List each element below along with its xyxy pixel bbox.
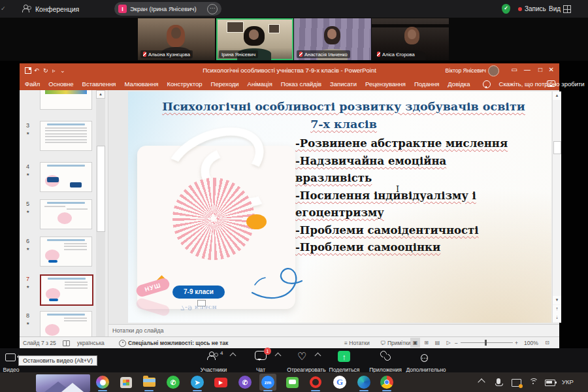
participant-video-3[interactable]: Анастасія Ільченко [294,18,371,60]
share-screen-button[interactable]: ↑ Поделиться [338,351,350,363]
tab-file[interactable]: Файл [25,80,40,88]
slide-scrollbar[interactable]: ▲ ▼ ⇡ ⇣ [552,91,561,323]
apps-button[interactable]: Приложения [380,351,391,363]
comments-icon[interactable] [547,80,555,87]
slide-thumbnail-7-selected[interactable] [40,274,93,306]
powerpoint-title-bar: ↶ ↻ ▹ ⌄ Психологічні особливості учнівст… [20,63,559,78]
screen-cast-tray-icon[interactable] [512,379,521,388]
slide-title: Психологічні особливості розвитку здобув… [141,98,546,133]
restore-button[interactable]: □ [538,66,542,73]
copilot-icon[interactable] [95,375,110,389]
more-button[interactable]: ⋯ Дополнительно [421,351,428,363]
recording-label[interactable]: Запись [525,5,546,12]
chat-button[interactable]: 1 Чат [255,351,267,363]
heart-icon: ♡ [297,351,306,362]
tab-insert[interactable]: Вставлення [82,80,116,88]
chevron-up-icon[interactable] [230,353,237,359]
comments-toggle[interactable]: 🗩 Примітки [380,340,411,346]
scrollbar-thumb[interactable] [553,141,561,154]
tab-record[interactable]: Записати [330,80,357,88]
scroll-down-icon[interactable]: ▼ [553,296,561,304]
view-button[interactable]: Вид [549,5,561,12]
scroll-up-icon[interactable]: ▲ [553,91,561,100]
notes-toggle[interactable]: ≡ Нотатки [344,340,370,346]
close-button[interactable]: ✕ [549,66,554,73]
normal-view-icon[interactable]: ▣ [410,338,420,348]
slide-thumbnail-6[interactable] [40,237,92,267]
opera-icon[interactable] [308,375,323,389]
fit-slide-icon[interactable]: ⊡ [542,338,552,348]
proofing-icon[interactable] [63,340,70,346]
chrome-icon[interactable] [380,375,394,389]
microsoft-store-icon[interactable] [119,375,133,389]
tab-draw[interactable]: Малювання [125,80,159,88]
chevron-up-icon[interactable] [315,353,321,359]
zoom-out-icon[interactable]: − [455,340,458,346]
participants-icon [207,351,218,360]
account-name[interactable]: Віктор Янісевич [446,67,486,74]
slide-sorter-view-icon[interactable]: ⊞ [421,338,431,348]
notes-pane[interactable]: Нотатки до слайда [108,324,559,336]
screen-share-pill[interactable]: І Экран (Ірина Янісевич) ⋯ [114,2,221,16]
zoom-level[interactable]: 100% [524,340,538,346]
participant-video-1[interactable]: Альона Кузнєцова [138,18,215,60]
whatsapp-icon[interactable]: ✆ [166,375,180,389]
account-avatar[interactable] [488,65,499,76]
language-status[interactable]: українська [77,340,105,346]
tab-home[interactable]: Основне [48,80,73,88]
thumbnail-scrollbar[interactable]: ▲ [96,90,105,336]
slide-thumbnail-5[interactable] [40,199,92,229]
minimize-button[interactable]: — [524,66,531,73]
tab-design[interactable]: Конструктор [167,80,202,88]
widgets-weather-thumbnail[interactable] [36,374,90,392]
hidden-icons-chevron[interactable] [479,380,484,386]
reading-view-icon[interactable]: ▤ [433,338,442,348]
next-slide-icon[interactable]: ⇣ [553,314,561,322]
previous-slide-icon[interactable]: ⇡ [553,305,561,314]
accessibility-icon[interactable] [119,340,126,347]
participant-video-4[interactable]: Аліса Єгорова [372,18,449,60]
share-options-icon[interactable]: ⋯ [207,4,218,14]
tab-transitions[interactable]: Переходи [211,80,239,88]
battery-tray-icon[interactable] [545,380,555,387]
chat-badge: 1 [264,348,271,355]
view-grid-icon[interactable] [563,5,571,13]
slide-thumbnail-3[interactable] [40,121,92,151]
wifi-tray-icon[interactable] [529,378,537,386]
tell-me-box[interactable]: Скажіть, що потрібно зробити [499,80,585,88]
react-button[interactable]: ♡ Отреагировать [297,351,306,363]
tab-view[interactable]: Подання [414,80,439,88]
messages-icon[interactable] [285,375,299,389]
edge-icon[interactable] [357,375,371,389]
google-icon[interactable]: G [333,375,347,389]
file-explorer-icon[interactable] [142,375,156,389]
accessibility-status[interactable]: Спеціальні можливості: щось не так [128,340,228,346]
slide-thumbnail-4[interactable] [40,162,92,192]
chevron-up-icon[interactable] [275,353,282,359]
recording-dot-icon [518,7,522,11]
ribbon-display-options-icon[interactable]: ▭ [512,66,517,73]
tab-help[interactable]: Довідка [448,80,470,88]
viber-icon[interactable]: ✆ [238,375,252,389]
slide-number: 3 [26,122,29,129]
slideshow-view-icon[interactable]: ▷ [444,338,453,348]
zoom-in-icon[interactable]: + [515,340,518,346]
tab-review[interactable]: Рецензування [365,80,406,88]
zoom-slider-thumb[interactable] [485,340,487,346]
language-indicator[interactable]: УКР [562,378,574,385]
scrollbar-thumb[interactable] [97,146,105,232]
slide-canvas[interactable]: Психологічні особливості розвитку здобув… [128,91,551,323]
microphone-tray-icon[interactable] [497,378,500,385]
scroll-up-icon[interactable]: ▲ [96,90,105,99]
slide-thumbnail-8[interactable] [40,311,92,336]
tab-slideshow[interactable]: Показ слайдів [281,80,321,88]
video-strip: Альона Кузнєцова Ірина Янісевич Анастасі… [0,18,588,61]
youtube-icon[interactable]: ▶ [214,375,228,389]
participant-video-2-active[interactable]: Ірина Янісевич [216,18,293,60]
tab-animations[interactable]: Анімація [248,80,272,88]
telegram-icon[interactable]: ➤ [190,375,204,389]
zoom-slider-track[interactable] [461,342,513,343]
slide-thumbnail-2[interactable] [40,90,92,110]
zoom-app-icon[interactable]: zm [261,375,275,389]
participants-button[interactable]: 4 Участники [207,351,218,363]
